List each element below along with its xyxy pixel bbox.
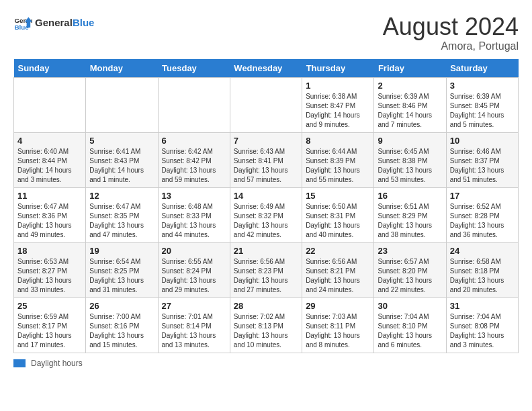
day-number: 24 bbox=[450, 246, 515, 256]
calendar-cell: 6Sunrise: 6:42 AM Sunset: 8:42 PM Daylig… bbox=[158, 132, 230, 187]
week-row-2: 11Sunrise: 6:47 AM Sunset: 8:36 PM Dayli… bbox=[14, 187, 519, 242]
calendar-cell bbox=[230, 77, 302, 132]
day-info: Sunrise: 7:00 AM Sunset: 8:16 PM Dayligh… bbox=[89, 312, 154, 350]
day-info: Sunrise: 7:02 AM Sunset: 8:13 PM Dayligh… bbox=[234, 312, 298, 350]
day-info: Sunrise: 7:01 AM Sunset: 8:14 PM Dayligh… bbox=[162, 312, 226, 350]
day-number: 9 bbox=[378, 136, 442, 146]
calendar-table: SundayMondayTuesdayWednesdayThursdayFrid… bbox=[13, 59, 519, 353]
day-info: Sunrise: 6:58 AM Sunset: 8:18 PM Dayligh… bbox=[450, 257, 515, 295]
day-info: Sunrise: 6:51 AM Sunset: 8:29 PM Dayligh… bbox=[378, 202, 442, 240]
day-info: Sunrise: 6:57 AM Sunset: 8:20 PM Dayligh… bbox=[378, 257, 442, 295]
calendar-cell: 8Sunrise: 6:44 AM Sunset: 8:39 PM Daylig… bbox=[302, 132, 374, 187]
day-number: 21 bbox=[234, 246, 298, 256]
month-year: August 2024 bbox=[383, 13, 519, 40]
calendar-cell: 13Sunrise: 6:48 AM Sunset: 8:33 PM Dayli… bbox=[158, 187, 230, 242]
day-number: 6 bbox=[162, 136, 226, 146]
calendar-cell: 22Sunrise: 6:56 AM Sunset: 8:21 PM Dayli… bbox=[302, 242, 374, 298]
day-number: 26 bbox=[89, 301, 154, 311]
logo-blue: Blue bbox=[73, 17, 95, 28]
day-info: Sunrise: 6:38 AM Sunset: 8:47 PM Dayligh… bbox=[306, 92, 370, 130]
calendar-cell: 5Sunrise: 6:41 AM Sunset: 8:43 PM Daylig… bbox=[86, 132, 158, 187]
day-number: 4 bbox=[17, 136, 82, 146]
day-number: 18 bbox=[17, 246, 82, 256]
week-row-0: 1Sunrise: 6:38 AM Sunset: 8:47 PM Daylig… bbox=[14, 77, 519, 132]
calendar-cell: 25Sunrise: 6:59 AM Sunset: 8:17 PM Dayli… bbox=[14, 298, 86, 353]
day-info: Sunrise: 6:49 AM Sunset: 8:32 PM Dayligh… bbox=[234, 202, 298, 240]
calendar-cell: 10Sunrise: 6:46 AM Sunset: 8:37 PM Dayli… bbox=[446, 132, 518, 187]
calendar-cell: 18Sunrise: 6:53 AM Sunset: 8:27 PM Dayli… bbox=[14, 242, 86, 298]
weekday-thursday: Thursday bbox=[302, 59, 374, 78]
calendar-cell: 26Sunrise: 7:00 AM Sunset: 8:16 PM Dayli… bbox=[86, 298, 158, 353]
day-number: 20 bbox=[162, 246, 226, 256]
calendar-cell: 17Sunrise: 6:52 AM Sunset: 8:28 PM Dayli… bbox=[446, 187, 518, 242]
day-info: Sunrise: 6:39 AM Sunset: 8:45 PM Dayligh… bbox=[450, 92, 515, 130]
weekday-sunday: Sunday bbox=[14, 59, 86, 78]
calendar-cell: 3Sunrise: 6:39 AM Sunset: 8:45 PM Daylig… bbox=[446, 77, 518, 132]
calendar-cell: 23Sunrise: 6:57 AM Sunset: 8:20 PM Dayli… bbox=[374, 242, 446, 298]
calendar-cell bbox=[14, 77, 86, 132]
day-info: Sunrise: 6:56 AM Sunset: 8:21 PM Dayligh… bbox=[306, 257, 370, 295]
calendar-cell: 12Sunrise: 6:47 AM Sunset: 8:35 PM Dayli… bbox=[86, 187, 158, 242]
legend-color-box bbox=[13, 359, 26, 367]
calendar-cell: 4Sunrise: 6:40 AM Sunset: 8:44 PM Daylig… bbox=[14, 132, 86, 187]
day-info: Sunrise: 6:54 AM Sunset: 8:25 PM Dayligh… bbox=[89, 257, 154, 295]
day-number: 29 bbox=[306, 301, 370, 311]
day-info: Sunrise: 6:43 AM Sunset: 8:41 PM Dayligh… bbox=[234, 147, 298, 185]
day-number: 17 bbox=[450, 191, 515, 201]
day-info: Sunrise: 6:48 AM Sunset: 8:33 PM Dayligh… bbox=[162, 202, 226, 240]
week-row-1: 4Sunrise: 6:40 AM Sunset: 8:44 PM Daylig… bbox=[14, 132, 519, 187]
day-info: Sunrise: 6:59 AM Sunset: 8:17 PM Dayligh… bbox=[17, 312, 82, 350]
day-number: 8 bbox=[306, 136, 370, 146]
day-info: Sunrise: 6:47 AM Sunset: 8:36 PM Dayligh… bbox=[17, 202, 82, 240]
day-info: Sunrise: 6:53 AM Sunset: 8:27 PM Dayligh… bbox=[17, 257, 82, 295]
day-info: Sunrise: 6:50 AM Sunset: 8:31 PM Dayligh… bbox=[306, 202, 370, 240]
weekday-saturday: Saturday bbox=[446, 59, 518, 78]
weekday-tuesday: Tuesday bbox=[158, 59, 230, 78]
day-number: 2 bbox=[378, 81, 442, 91]
day-info: Sunrise: 6:56 AM Sunset: 8:23 PM Dayligh… bbox=[234, 257, 298, 295]
day-number: 3 bbox=[450, 81, 515, 91]
day-number: 11 bbox=[17, 191, 82, 201]
calendar-cell: 29Sunrise: 7:03 AM Sunset: 8:11 PM Dayli… bbox=[302, 298, 374, 353]
calendar-cell: 30Sunrise: 7:04 AM Sunset: 8:10 PM Dayli… bbox=[374, 298, 446, 353]
day-number: 28 bbox=[234, 301, 298, 311]
calendar-cell: 21Sunrise: 6:56 AM Sunset: 8:23 PM Dayli… bbox=[230, 242, 302, 298]
calendar-cell: 9Sunrise: 6:45 AM Sunset: 8:38 PM Daylig… bbox=[374, 132, 446, 187]
day-info: Sunrise: 7:04 AM Sunset: 8:10 PM Dayligh… bbox=[378, 312, 442, 350]
week-row-3: 18Sunrise: 6:53 AM Sunset: 8:27 PM Dayli… bbox=[14, 242, 519, 298]
calendar-cell: 11Sunrise: 6:47 AM Sunset: 8:36 PM Dayli… bbox=[14, 187, 86, 242]
day-number: 14 bbox=[234, 191, 298, 201]
calendar-cell bbox=[86, 77, 158, 132]
day-info: Sunrise: 6:46 AM Sunset: 8:37 PM Dayligh… bbox=[450, 147, 515, 185]
day-number: 27 bbox=[162, 301, 226, 311]
day-info: Sunrise: 6:47 AM Sunset: 8:35 PM Dayligh… bbox=[89, 202, 154, 240]
day-number: 12 bbox=[89, 191, 154, 201]
day-info: Sunrise: 6:42 AM Sunset: 8:42 PM Dayligh… bbox=[162, 147, 226, 185]
calendar-cell: 2Sunrise: 6:39 AM Sunset: 8:46 PM Daylig… bbox=[374, 77, 446, 132]
calendar-cell: 7Sunrise: 6:43 AM Sunset: 8:41 PM Daylig… bbox=[230, 132, 302, 187]
week-row-4: 25Sunrise: 6:59 AM Sunset: 8:17 PM Dayli… bbox=[14, 298, 519, 353]
day-number: 13 bbox=[162, 191, 226, 201]
day-info: Sunrise: 6:39 AM Sunset: 8:46 PM Dayligh… bbox=[378, 92, 442, 130]
calendar-cell: 14Sunrise: 6:49 AM Sunset: 8:32 PM Dayli… bbox=[230, 187, 302, 242]
weekday-header-row: SundayMondayTuesdayWednesdayThursdayFrid… bbox=[14, 59, 519, 78]
day-number: 5 bbox=[89, 136, 154, 146]
weekday-monday: Monday bbox=[86, 59, 158, 78]
day-number: 19 bbox=[89, 246, 154, 256]
location: Amora, Portugal bbox=[383, 40, 519, 52]
day-info: Sunrise: 6:40 AM Sunset: 8:44 PM Dayligh… bbox=[17, 147, 82, 185]
calendar-cell: 16Sunrise: 6:51 AM Sunset: 8:29 PM Dayli… bbox=[374, 187, 446, 242]
day-info: Sunrise: 6:41 AM Sunset: 8:43 PM Dayligh… bbox=[89, 147, 154, 185]
day-number: 25 bbox=[17, 301, 82, 311]
title-block: August 2024 Amora, Portugal bbox=[383, 13, 519, 52]
calendar-cell: 31Sunrise: 7:04 AM Sunset: 8:08 PM Dayli… bbox=[446, 298, 518, 353]
calendar-cell: 15Sunrise: 6:50 AM Sunset: 8:31 PM Dayli… bbox=[302, 187, 374, 242]
day-number: 1 bbox=[306, 81, 370, 91]
calendar-cell: 28Sunrise: 7:02 AM Sunset: 8:13 PM Dayli… bbox=[230, 298, 302, 353]
calendar-cell bbox=[158, 77, 230, 132]
legend: Daylight hours bbox=[13, 359, 519, 368]
day-number: 10 bbox=[450, 136, 515, 146]
page-header: General Blue GeneralBlue August 2024 Amo… bbox=[13, 13, 519, 52]
calendar-cell: 19Sunrise: 6:54 AM Sunset: 8:25 PM Dayli… bbox=[86, 242, 158, 298]
day-number: 16 bbox=[378, 191, 442, 201]
